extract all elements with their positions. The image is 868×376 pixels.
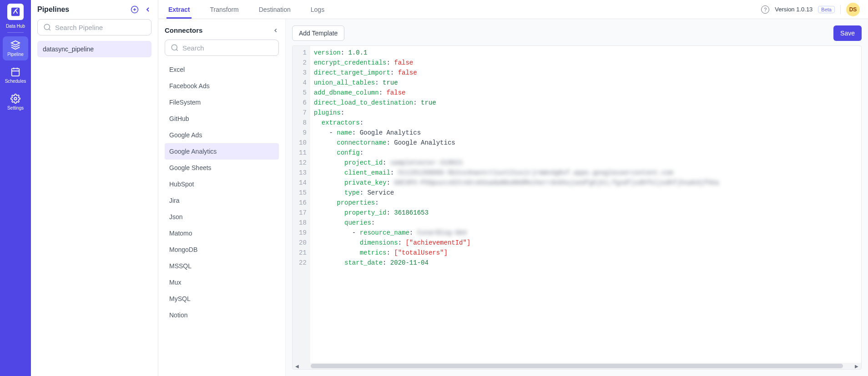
connector-item[interactable]: MySQL xyxy=(165,291,279,307)
editor-toolbar: Add Template Save xyxy=(292,25,862,41)
connector-item[interactable]: Excel xyxy=(165,61,279,78)
pipeline-item[interactable]: datasync_pipeline xyxy=(37,41,151,57)
svg-line-13 xyxy=(176,49,177,50)
plus-circle-icon[interactable] xyxy=(131,5,139,14)
top-bar-right: ? Version 1.0.13 Beta DS xyxy=(761,3,860,16)
user-avatar[interactable]: DS xyxy=(846,3,860,16)
save-button[interactable]: Save xyxy=(833,25,862,41)
connector-item[interactable]: Jira xyxy=(165,192,279,209)
connector-item[interactable]: MSSQL xyxy=(165,258,279,274)
scroll-right-icon[interactable]: ▶ xyxy=(853,363,860,369)
pipelines-header: Pipelines xyxy=(37,5,151,14)
editor-panel: Add Template Save 1234567891011121314151… xyxy=(286,19,868,376)
connectors-panel: Connectors ExcelFacebook AdsFileSystemGi… xyxy=(158,19,286,376)
connector-item[interactable]: HubSpot xyxy=(165,176,279,192)
app-logo-label: Data Hub xyxy=(6,24,25,29)
connector-item[interactable]: Google Sheets xyxy=(165,160,279,176)
svg-point-10 xyxy=(44,24,50,30)
rail-item-label: Settings xyxy=(7,105,24,110)
gear-icon xyxy=(10,94,20,104)
calendar-icon xyxy=(10,67,20,77)
collapse-left-icon[interactable] xyxy=(144,6,151,13)
main-area: ExtractTransformDestinationLogs ? Versio… xyxy=(158,0,868,376)
collapse-connectors-icon[interactable] xyxy=(273,27,279,34)
tabs: ExtractTransformDestinationLogs xyxy=(167,0,326,19)
rail-item-pipeline[interactable]: Pipeline xyxy=(3,36,28,60)
connector-item[interactable]: GitHub xyxy=(165,110,279,127)
pipeline-list: datasync_pipeline xyxy=(37,41,151,57)
connectors-list[interactable]: ExcelFacebook AdsFileSystemGitHubGoogle … xyxy=(165,61,279,376)
scroll-left-icon[interactable]: ◀ xyxy=(293,363,301,369)
svg-line-11 xyxy=(49,29,50,30)
pipeline-search-input[interactable] xyxy=(55,24,146,31)
code-editor[interactable]: 12345678910111213141516171819202122 vers… xyxy=(292,45,862,370)
pipelines-sidebar: Pipelines datasync_pipeline xyxy=(31,0,158,376)
connectors-header: Connectors xyxy=(165,26,279,34)
scroll-thumb[interactable] xyxy=(311,364,843,368)
search-icon xyxy=(171,44,179,52)
svg-marker-1 xyxy=(11,41,20,45)
app-logo[interactable] xyxy=(7,4,24,20)
svg-rect-2 xyxy=(12,69,20,76)
horizontal-scrollbar[interactable]: ◀ ▶ xyxy=(293,363,861,369)
add-template-button[interactable]: Add Template xyxy=(292,25,344,41)
pipeline-search[interactable] xyxy=(37,19,151,35)
tab-logs[interactable]: Logs xyxy=(309,0,326,19)
line-gutter: 12345678910111213141516171819202122 xyxy=(293,46,310,363)
connector-item[interactable]: Matomo xyxy=(165,225,279,241)
tab-transform[interactable]: Transform xyxy=(208,0,240,19)
logo-icon xyxy=(10,7,20,17)
connector-item[interactable]: Google Ads xyxy=(165,127,279,143)
workspace: Connectors ExcelFacebook AdsFileSystemGi… xyxy=(158,19,868,376)
version-label: Version 1.0.13 xyxy=(775,6,812,13)
top-bar: ExtractTransformDestinationLogs ? Versio… xyxy=(158,0,868,19)
connector-item[interactable]: MongoDB xyxy=(165,241,279,258)
rail-item-schedules[interactable]: Schedules xyxy=(3,63,28,87)
connector-item[interactable]: Google Analytics xyxy=(165,143,279,160)
rail-item-label: Pipeline xyxy=(7,52,24,57)
left-rail: Data Hub Pipeline Schedules Settings xyxy=(0,0,31,376)
search-icon xyxy=(43,23,51,31)
tab-destination[interactable]: Destination xyxy=(257,0,293,19)
tab-extract[interactable]: Extract xyxy=(167,0,192,19)
connector-item[interactable]: Mux xyxy=(165,274,279,291)
connector-item[interactable]: FileSystem xyxy=(165,94,279,110)
svg-rect-0 xyxy=(11,8,20,16)
rail-divider xyxy=(7,32,24,33)
help-icon[interactable]: ? xyxy=(761,5,769,14)
svg-point-12 xyxy=(172,45,177,50)
pipelines-title: Pipelines xyxy=(37,5,69,14)
connectors-search[interactable] xyxy=(165,40,279,56)
connector-item[interactable]: Notion xyxy=(165,307,279,323)
connector-item[interactable]: Facebook Ads xyxy=(165,78,279,94)
divider xyxy=(840,5,841,14)
svg-point-6 xyxy=(14,97,17,100)
connectors-search-input[interactable] xyxy=(182,44,273,52)
rail-item-settings[interactable]: Settings xyxy=(3,90,28,114)
code-content[interactable]: version: 1.0.1encrypt_credentials: false… xyxy=(310,46,861,363)
connector-item[interactable]: Json xyxy=(165,209,279,225)
layers-icon xyxy=(10,40,20,50)
connectors-title: Connectors xyxy=(165,26,202,34)
beta-badge: Beta xyxy=(818,6,835,13)
rail-item-label: Schedules xyxy=(5,79,26,84)
